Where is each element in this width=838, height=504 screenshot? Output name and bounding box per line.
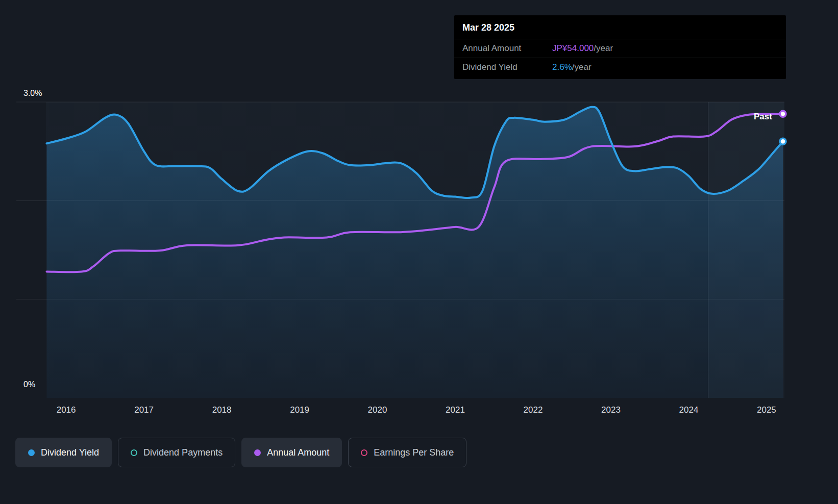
y-axis-label-top: 3.0% xyxy=(23,89,42,98)
tooltip-dividend-yield-value: 2.6%/year xyxy=(552,62,591,72)
tooltip-annual-amount-label: Annual Amount xyxy=(462,43,552,54)
x-axis-label: 2017 xyxy=(134,405,154,415)
x-axis-label: 2022 xyxy=(524,405,543,415)
legend-earnings-per-share[interactable]: Earnings Per Share xyxy=(348,438,466,467)
tooltip-date: Mar 28 2025 xyxy=(454,15,786,39)
annual-amount-marker-icon xyxy=(254,449,261,456)
legend-annual-amount-label: Annual Amount xyxy=(267,447,329,458)
x-axis-label: 2019 xyxy=(290,405,309,415)
tooltip-dividend-yield-label: Dividend Yield xyxy=(462,62,552,72)
x-axis-label: 2018 xyxy=(212,405,232,415)
tooltip-annual-amount-value: JP¥54.000/year xyxy=(552,43,613,54)
dividend-payments-marker-icon xyxy=(131,449,137,456)
dividend-yield-suffix: /year xyxy=(572,62,591,72)
past-region xyxy=(708,102,784,398)
earnings-per-share-marker-icon xyxy=(361,449,367,456)
dividend-chart-page: 3.0% 0% 20162017201820192020202120222023… xyxy=(0,0,838,504)
x-axis-label: 2024 xyxy=(679,405,699,415)
chart-legend: Dividend Yield Dividend Payments Annual … xyxy=(15,438,466,467)
dividend-yield-value: 2.6% xyxy=(552,62,572,72)
x-axis-label: 2016 xyxy=(57,405,76,415)
legend-dividend-yield[interactable]: Dividend Yield xyxy=(15,438,112,467)
x-axis-label: 2023 xyxy=(601,405,621,415)
dividend-yield-marker-icon xyxy=(28,449,35,456)
annual-amount-end-marker xyxy=(780,111,786,117)
legend-earnings-per-share-label: Earnings Per Share xyxy=(374,447,454,458)
legend-dividend-yield-label: Dividend Yield xyxy=(41,447,99,458)
y-axis-label-bottom: 0% xyxy=(23,380,35,389)
legend-dividend-payments[interactable]: Dividend Payments xyxy=(118,438,235,467)
x-axis-label: 2021 xyxy=(446,405,465,415)
legend-dividend-payments-label: Dividend Payments xyxy=(143,447,223,458)
annual-amount-value: JP¥54.000 xyxy=(552,43,594,53)
x-axis-label: 2025 xyxy=(757,405,776,415)
tooltip-row-annual-amount: Annual Amount JP¥54.000/year xyxy=(454,39,786,58)
chart-tooltip: Mar 28 2025 Annual Amount JP¥54.000/year… xyxy=(454,15,786,79)
x-axis-label: 2020 xyxy=(368,405,387,415)
annual-amount-suffix: /year xyxy=(594,43,613,53)
legend-annual-amount[interactable]: Annual Amount xyxy=(241,438,342,467)
past-period-label: Past xyxy=(754,112,772,122)
dividend-yield-end-marker xyxy=(780,138,786,144)
tooltip-row-dividend-yield: Dividend Yield 2.6%/year xyxy=(454,58,786,79)
